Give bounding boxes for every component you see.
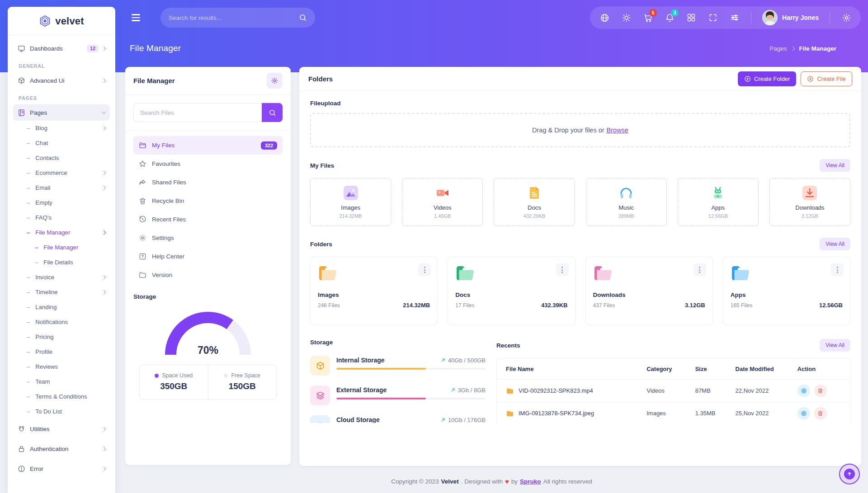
sidebar-item-reviews[interactable]: –Reviews: [13, 359, 110, 374]
sidebar-item-email[interactable]: –Email: [13, 180, 110, 195]
sidebar-item-ecommerce[interactable]: –Ecommerce: [13, 165, 110, 180]
space-used-value: 350GB: [144, 381, 203, 391]
sidebar-item-dashboards[interactable]: Dashboards 12: [13, 40, 110, 56]
sidebar-item-todo[interactable]: –To Do List: [13, 404, 110, 419]
menu-item-recycle-bin[interactable]: Recycle Bin: [133, 192, 283, 210]
global-search[interactable]: [160, 8, 315, 28]
chevron-right-icon: [102, 126, 106, 131]
folders-view-all-button[interactable]: View All: [820, 238, 850, 250]
sidebar-toggle-icon[interactable]: [132, 12, 143, 23]
apps-grid-icon[interactable]: [686, 12, 697, 23]
sidebar-item-invoice[interactable]: –Invoice: [13, 270, 110, 285]
my-files-card-downloads[interactable]: Downloads 3.12GB: [769, 178, 850, 226]
folder-menu-dots-icon[interactable]: [831, 263, 844, 276]
recents-view-all-button[interactable]: View All: [820, 339, 850, 352]
breadcrumb-parent[interactable]: Pages: [769, 45, 787, 52]
chevron-right-icon: [102, 290, 106, 295]
search-icon[interactable]: [299, 14, 307, 22]
folder-menu-dots-icon[interactable]: [556, 263, 569, 276]
folder-menu-dots-icon[interactable]: [693, 263, 706, 276]
file-dropzone[interactable]: Drag & Drop your files or Browse: [310, 113, 850, 147]
menu-item-settings[interactable]: Settings: [133, 229, 283, 247]
table-row[interactable]: VID-00292312-SPK823.mp4 Videos 87MB 22,N…: [497, 379, 850, 402]
cart-icon[interactable]: 5: [642, 12, 653, 23]
fullscreen-icon[interactable]: [708, 12, 718, 23]
gear-icon[interactable]: [841, 12, 852, 23]
sidebar-item-team[interactable]: –Team: [13, 374, 110, 389]
folder-card-images[interactable]: Images 246 Files 214.32MB: [310, 257, 438, 325]
sidebar-item-terms[interactable]: –Terms & Conditions: [13, 389, 110, 404]
delete-file-button[interactable]: [814, 385, 827, 397]
file-search-input[interactable]: [133, 103, 262, 122]
sidebar: velvet Dashboards 12 GENERAL Advanced Ui: [8, 7, 115, 493]
global-search-input[interactable]: [169, 14, 299, 21]
breadcrumb-current: File Manager: [799, 45, 836, 52]
storage-row-external[interactable]: External Storage 3Gb / 8GB: [310, 385, 486, 405]
brand-logo[interactable]: velvet: [8, 7, 115, 36]
sidebar-item-chat[interactable]: –Chat: [13, 136, 110, 150]
sidebar-item-utilities[interactable]: Utilities: [13, 421, 110, 437]
sidebar-subitem-file-manager[interactable]: –File Manager: [13, 240, 110, 255]
menu-item-favourites[interactable]: Favourites: [133, 155, 283, 173]
my-files-card-docs[interactable]: Docs 432.29KB: [494, 178, 575, 226]
sidebar-item-timeline[interactable]: –Timeline: [13, 285, 110, 300]
sidebar-subitem-file-details[interactable]: –File Details: [13, 255, 110, 270]
brand-name: velvet: [55, 15, 84, 27]
storage-row-internal[interactable]: Internal Storage 40Gb / 500GB: [310, 356, 486, 376]
my-files-view-all-button[interactable]: View All: [820, 159, 850, 172]
sidebar-item-authentication[interactable]: Authentication: [13, 441, 110, 457]
view-file-button[interactable]: [797, 385, 810, 397]
folder-card-downloads[interactable]: Downloads 437 Files 3.12GB: [585, 257, 713, 325]
sidebar-item-error[interactable]: Error: [13, 460, 110, 477]
theme-sun-icon[interactable]: [621, 12, 632, 23]
create-folder-button[interactable]: Create Folder: [738, 71, 796, 86]
view-file-button[interactable]: [797, 407, 810, 420]
menu-item-my-files[interactable]: My Files 322: [133, 136, 283, 155]
settings-sliders-icon[interactable]: [729, 12, 740, 23]
layers-icon: [310, 385, 330, 405]
scroll-to-top-button[interactable]: [839, 464, 860, 484]
sidebar-item-faqs[interactable]: –FAQ's: [13, 210, 110, 225]
my-files-card-images[interactable]: Images 214.32MB: [310, 178, 391, 226]
menu-item-version[interactable]: Version: [133, 266, 283, 284]
folder-menu-dots-icon[interactable]: [418, 263, 431, 276]
sidebar-item-advanced-ui[interactable]: Advanced Ui: [13, 72, 110, 89]
sidebar-item-pages[interactable]: Pages: [13, 104, 110, 121]
create-file-button[interactable]: Create File: [801, 71, 852, 86]
sidebar-item-landing[interactable]: –Landing: [13, 300, 110, 315]
file-search-button[interactable]: [262, 103, 283, 122]
cart-badge: 5: [649, 9, 657, 17]
chevron-right-icon: [102, 275, 106, 280]
sidebar-item-profile[interactable]: –Profile: [13, 344, 110, 359]
sidebar-item-file-manager[interactable]: –File Manager: [13, 225, 110, 240]
sidebar-item-contacts[interactable]: –Contacts: [13, 150, 110, 165]
document-icon: [527, 186, 542, 200]
storage-row-cloud[interactable]: Cloud Storage 10Gb / 176GB: [310, 415, 486, 423]
notifications-bell-icon[interactable]: 3: [664, 12, 675, 23]
sidebar-item-blog[interactable]: –Blog: [13, 121, 110, 136]
brand-hexagon-icon: [39, 15, 51, 27]
user-menu[interactable]: Harry Jones: [762, 10, 819, 25]
my-files-card-music[interactable]: Music 289MB: [586, 178, 667, 226]
alert-circle-icon: [18, 465, 25, 473]
storage-gauge: 70%: [165, 312, 251, 355]
browse-link[interactable]: Browse: [607, 127, 628, 134]
my-files-card-apps[interactable]: Apps 12.56GB: [678, 178, 759, 226]
menu-item-shared-files[interactable]: Shared Files: [133, 173, 283, 192]
sidebar-item-pricing[interactable]: –Pricing: [13, 329, 110, 344]
my-files-card-videos[interactable]: Videos 1.45GB: [402, 178, 483, 226]
sidebar-item-empty[interactable]: –Empty: [13, 195, 110, 210]
menu-item-recent-files[interactable]: Recent Files: [133, 210, 283, 229]
menu-item-help-center[interactable]: Help Center: [133, 247, 283, 266]
folder-card-docs[interactable]: Docs 17 Files 432.39KB: [448, 257, 575, 325]
help-icon: [139, 253, 146, 260]
panel-gear-button[interactable]: [267, 73, 283, 89]
my-files-row: Images 214.32MB Videos 1.45GB Docs 432.2…: [310, 178, 850, 226]
language-globe-icon[interactable]: [599, 12, 610, 23]
folder-card-apps[interactable]: Apps 165 Files 12.56GB: [723, 257, 850, 325]
table-row[interactable]: IMG-09123878-SPK734.jpeg Images 1.35MB 2…: [497, 402, 850, 423]
sidebar-item-notifications[interactable]: –Notifications: [13, 315, 110, 329]
footer-author-link[interactable]: Spruko: [520, 478, 541, 485]
delete-file-button[interactable]: [814, 407, 827, 420]
folder-icon-green: [455, 264, 567, 282]
